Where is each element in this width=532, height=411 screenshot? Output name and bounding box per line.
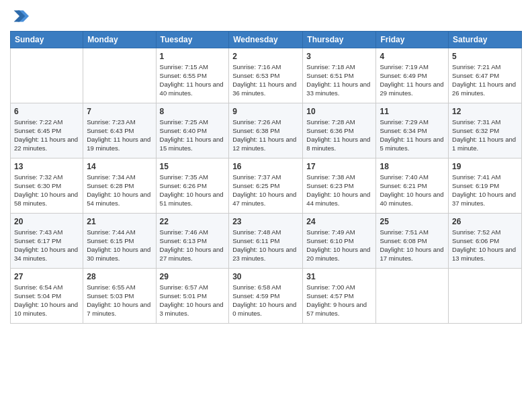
calendar-cell: 24Sunrise: 7:49 AMSunset: 6:10 PMDayligh… — [303, 214, 376, 269]
sunset-text: Sunset: 6:11 PM — [232, 237, 279, 244]
sunrise-text: Sunrise: 7:25 AM — [160, 118, 208, 126]
day-number: 23 — [232, 216, 299, 227]
day-number: 17 — [306, 161, 372, 172]
calendar-cell: 26Sunrise: 7:52 AMSunset: 6:06 PMDayligh… — [449, 214, 522, 269]
sunrise-text: Sunrise: 7:43 AM — [14, 228, 62, 236]
sunrise-text: Sunrise: 7:18 AM — [306, 63, 355, 71]
day-number: 21 — [87, 216, 152, 227]
sunset-text: Sunset: 6:25 PM — [232, 182, 279, 189]
day-number: 27 — [14, 271, 79, 282]
daylight-text: Daylight: 10 hours and 0 minutes. — [232, 301, 296, 317]
sunrise-text: Sunrise: 7:16 AM — [232, 63, 281, 71]
daylight-text: Daylight: 10 hours and 51 minutes. — [160, 191, 224, 207]
sunset-text: Sunset: 6:43 PM — [87, 127, 134, 134]
sunrise-text: Sunrise: 7:23 AM — [87, 118, 135, 126]
day-number: 16 — [232, 161, 299, 172]
daylight-text: Daylight: 11 hours and 1 minute. — [452, 136, 516, 152]
calendar-cell: 22Sunrise: 7:46 AMSunset: 6:13 PMDayligh… — [156, 214, 229, 269]
calendar-cell: 3Sunrise: 7:18 AMSunset: 6:51 PMDaylight… — [303, 48, 376, 103]
sunrise-text: Sunrise: 7:31 AM — [452, 118, 500, 126]
sunrise-text: Sunrise: 7:32 AM — [14, 173, 62, 181]
col-header-thursday: Thursday — [303, 32, 376, 48]
sunrise-text: Sunrise: 7:29 AM — [380, 118, 428, 126]
sunset-text: Sunset: 5:03 PM — [87, 292, 134, 300]
sunrise-text: Sunrise: 7:46 AM — [160, 228, 208, 236]
calendar-cell: 15Sunrise: 7:35 AMSunset: 6:26 PMDayligh… — [156, 158, 229, 214]
daylight-text: Daylight: 10 hours and 7 minutes. — [87, 301, 150, 317]
daylight-text: Daylight: 10 hours and 37 minutes. — [452, 191, 516, 207]
calendar-cell: 29Sunrise: 6:57 AMSunset: 5:01 PMDayligh… — [156, 269, 229, 324]
daylight-text: Daylight: 10 hours and 30 minutes. — [87, 246, 150, 262]
sunset-text: Sunset: 6:47 PM — [452, 72, 499, 79]
sunrise-text: Sunrise: 6:54 AM — [14, 283, 62, 291]
sunset-text: Sunset: 6:17 PM — [14, 237, 61, 244]
sunrise-text: Sunrise: 7:49 AM — [306, 228, 355, 236]
sunset-text: Sunset: 6:08 PM — [380, 237, 427, 244]
calendar-week-1: 1Sunrise: 7:15 AMSunset: 6:55 PMDaylight… — [11, 48, 522, 103]
calendar-cell: 12Sunrise: 7:31 AMSunset: 6:32 PMDayligh… — [449, 103, 522, 158]
sunrise-text: Sunrise: 7:41 AM — [452, 173, 500, 181]
daylight-text: Daylight: 10 hours and 3 minutes. — [160, 301, 224, 317]
col-header-saturday: Saturday — [449, 32, 522, 48]
daylight-text: Daylight: 11 hours and 29 minutes. — [380, 81, 443, 97]
calendar-week-2: 6Sunrise: 7:22 AMSunset: 6:45 PMDaylight… — [11, 103, 522, 158]
calendar-cell — [376, 269, 449, 324]
sunset-text: Sunset: 6:53 PM — [232, 72, 279, 79]
calendar-cell — [449, 269, 522, 324]
sunrise-text: Sunrise: 7:22 AM — [14, 118, 62, 126]
day-number: 15 — [160, 161, 226, 172]
day-number: 9 — [232, 106, 299, 117]
calendar-cell — [11, 48, 83, 103]
sunset-text: Sunset: 5:01 PM — [160, 292, 207, 300]
day-number: 11 — [380, 106, 445, 117]
calendar-cell: 13Sunrise: 7:32 AMSunset: 6:30 PMDayligh… — [11, 158, 83, 214]
sunset-text: Sunset: 6:45 PM — [14, 127, 61, 134]
sunrise-text: Sunrise: 7:38 AM — [306, 173, 355, 181]
day-number: 10 — [306, 106, 372, 117]
calendar-cell: 20Sunrise: 7:43 AMSunset: 6:17 PMDayligh… — [11, 214, 83, 269]
daylight-text: Daylight: 10 hours and 34 minutes. — [14, 246, 78, 262]
calendar-cell: 1Sunrise: 7:15 AMSunset: 6:55 PMDaylight… — [156, 48, 229, 103]
page: SundayMondayTuesdayWednesdayThursdayFrid… — [0, 0, 532, 411]
calendar-table: SundayMondayTuesdayWednesdayThursdayFrid… — [10, 31, 522, 324]
day-number: 19 — [452, 161, 518, 172]
sunset-text: Sunset: 6:38 PM — [232, 127, 279, 134]
sunrise-text: Sunrise: 6:55 AM — [87, 283, 135, 291]
sunset-text: Sunset: 6:51 PM — [306, 72, 353, 79]
sunset-text: Sunset: 5:04 PM — [14, 292, 61, 300]
sunrise-text: Sunrise: 7:34 AM — [87, 173, 135, 181]
day-number: 31 — [306, 271, 372, 282]
sunrise-text: Sunrise: 7:37 AM — [232, 173, 281, 181]
calendar-cell: 7Sunrise: 7:23 AMSunset: 6:43 PMDaylight… — [83, 103, 156, 158]
daylight-text: Daylight: 9 hours and 57 minutes. — [306, 301, 367, 317]
sunset-text: Sunset: 6:10 PM — [306, 237, 353, 244]
day-number: 6 — [14, 106, 79, 117]
sunset-text: Sunset: 6:13 PM — [160, 237, 207, 244]
day-number: 20 — [14, 216, 79, 227]
sunrise-text: Sunrise: 6:58 AM — [232, 283, 281, 291]
daylight-text: Daylight: 10 hours and 13 minutes. — [452, 246, 516, 262]
sunrise-text: Sunrise: 7:19 AM — [380, 63, 428, 71]
daylight-text: Daylight: 10 hours and 44 minutes. — [306, 191, 370, 207]
calendar-week-3: 13Sunrise: 7:32 AMSunset: 6:30 PMDayligh… — [11, 158, 522, 214]
daylight-text: Daylight: 11 hours and 19 minutes. — [87, 136, 150, 152]
day-number: 22 — [160, 216, 226, 227]
calendar-cell: 5Sunrise: 7:21 AMSunset: 6:47 PMDaylight… — [449, 48, 522, 103]
sunrise-text: Sunrise: 7:44 AM — [87, 228, 135, 236]
daylight-text: Daylight: 10 hours and 23 minutes. — [232, 246, 296, 262]
calendar-cell: 4Sunrise: 7:19 AMSunset: 6:49 PMDaylight… — [376, 48, 449, 103]
daylight-text: Daylight: 10 hours and 54 minutes. — [87, 191, 150, 207]
daylight-text: Daylight: 11 hours and 26 minutes. — [452, 81, 516, 97]
daylight-text: Daylight: 11 hours and 12 minutes. — [232, 136, 296, 152]
sunrise-text: Sunrise: 7:48 AM — [232, 228, 281, 236]
calendar-cell: 18Sunrise: 7:40 AMSunset: 6:21 PMDayligh… — [376, 158, 449, 214]
sunrise-text: Sunrise: 7:26 AM — [232, 118, 281, 126]
day-number: 14 — [87, 161, 152, 172]
daylight-text: Daylight: 11 hours and 36 minutes. — [232, 81, 296, 97]
col-header-tuesday: Tuesday — [156, 32, 229, 48]
day-number: 1 — [160, 51, 226, 62]
calendar-week-4: 20Sunrise: 7:43 AMSunset: 6:17 PMDayligh… — [11, 214, 522, 269]
sunrise-text: Sunrise: 7:28 AM — [306, 118, 355, 126]
sunrise-text: Sunrise: 7:15 AM — [160, 63, 208, 71]
day-number: 7 — [87, 106, 152, 117]
